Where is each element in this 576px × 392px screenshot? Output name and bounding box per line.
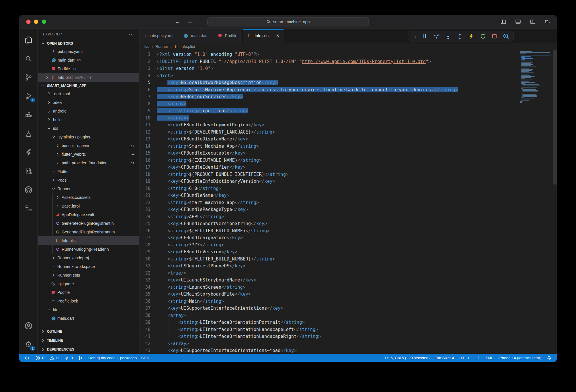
open-editor-main.dart[interactable]: main.dartlib — [38, 56, 139, 64]
step-out-icon[interactable] — [456, 33, 463, 40]
status-xml[interactable]: XML — [483, 356, 496, 360]
code-line-7[interactable]: 7→<key>NSBonjourServices</key> — [139, 93, 519, 100]
tree-item-Pods[interactable]: Pods — [38, 176, 139, 184]
code-line-12[interactable]: 12 <string>$(DEVELOPMENT_LANGUAGE)</stri… — [139, 129, 519, 136]
code-line-32[interactable]: 32 <true/> — [139, 270, 519, 277]
code-line-41[interactable]: 41 <string>UIInterfaceOrientationLandsca… — [139, 333, 519, 340]
activity-flutter[interactable] — [20, 143, 37, 161]
tree-item-Podfile[interactable]: Podfile — [38, 288, 139, 297]
code-line-38[interactable]: 38 <array> — [139, 312, 519, 319]
toggle-panel-icon[interactable] — [515, 19, 522, 24]
code-line-28[interactable]: 28 <string>????</string> — [139, 241, 519, 249]
status-utf-8[interactable]: UTF-8 — [457, 356, 473, 360]
tree-item-Runner-Bridging-Header.h[interactable]: CRunner-Bridging-Header.h — [38, 245, 139, 254]
code-line-8[interactable]: 8→<array> — [139, 100, 519, 108]
close-window-button[interactable] — [26, 20, 31, 24]
open-editor-Info.plist[interactable]: ✕Info.plistios/Runner — [38, 73, 139, 82]
status-remote[interactable] — [22, 355, 33, 361]
pane-outline[interactable]: OUTLINE — [38, 327, 139, 336]
activity-source-control[interactable] — [20, 68, 37, 87]
close-icon[interactable]: ✕ — [44, 75, 50, 80]
code-line-21[interactable]: 21 <key>CFBundleName</key> — [139, 192, 519, 199]
status-debug-start[interactable] — [75, 355, 86, 361]
code-line-27[interactable]: 27 <key>CFBundleSignature</key> — [139, 234, 519, 241]
customize-layout-icon[interactable] — [544, 19, 551, 24]
code-editor[interactable]: 1<?xml version="1.0" encoding="UTF-8"?>2… — [139, 50, 557, 354]
code-line-23[interactable]: 23 <key>CFBundlePackageType</key> — [139, 206, 519, 213]
tree-item-Runner.xcworkspace[interactable]: Runner.xcworkspace — [38, 262, 139, 271]
activity-search[interactable] — [20, 49, 37, 68]
status-ln-5-col-5-229-selected-[interactable]: Ln 5, Col 5 (229 selected) — [383, 356, 433, 360]
tree-item-path_provider_foundation[interactable]: path_provider_foundation↪ — [38, 159, 139, 167]
code-line-9[interactable]: 9→→<string>_rpc._tcp</string> — [139, 107, 519, 115]
code-line-26[interactable]: 26 <string>$(FLUTTER_BUILD_NAME)</string… — [139, 227, 519, 235]
editor-scrollbar[interactable] — [553, 50, 557, 184]
code-line-22[interactable]: 22 <string>smart_machine_app</string> — [139, 199, 519, 206]
tree-item-Info.plist[interactable]: Info.plist — [38, 236, 139, 245]
tree-item-Base.lproj[interactable]: Base.lproj — [38, 202, 139, 210]
tree-item-.dart_tool[interactable]: .dart_tool — [38, 90, 139, 98]
widget-inspector-icon[interactable] — [503, 33, 509, 40]
back-arrow-icon[interactable]: ← — [175, 19, 180, 25]
code-line-1[interactable]: 1<?xml version="1.0" encoding="UTF-8"?> — [139, 51, 519, 58]
status-lf[interactable]: LF — [473, 356, 483, 360]
tree-item-Runner[interactable]: Runner — [38, 184, 139, 193]
tab-Podfile[interactable]: Podfile — [213, 29, 243, 43]
code-line-43[interactable]: 43 <key>UISupportedInterfaceOrientations… — [139, 347, 519, 354]
pane-timeline[interactable]: TIMELINE — [38, 336, 139, 345]
code-line-20[interactable]: 20 <string>6.0</string> — [139, 185, 519, 192]
close-icon[interactable]: ✕ — [276, 33, 279, 38]
tree-item-build[interactable]: build — [38, 115, 139, 124]
status-ports[interactable]: 0 — [61, 355, 75, 361]
code-line-2[interactable]: 2<!DOCTYPE plist PUBLIC "-//Apple//DTD P… — [139, 58, 519, 65]
code-line-13[interactable]: 13 <key>CFBundleDisplayName</key> — [139, 136, 519, 143]
tree-item-lib[interactable]: lib — [38, 305, 139, 314]
tab-pubspec.yaml[interactable]: !pubspec.yaml — [139, 29, 178, 43]
code-line-6[interactable]: 6→<string>Smart·Machine·App·requires·acc… — [139, 86, 519, 94]
tree-item-Runner.xcodeproj[interactable]: Runner.xcodeproj — [38, 254, 139, 262]
code-line-11[interactable]: 11 <key>CFBundleDevelopmentRegion</key> — [139, 121, 519, 129]
tree-item-RunnerTests[interactable]: RunnerTests — [38, 271, 139, 279]
project-section-header[interactable]: SMART_MACHINE_APP — [38, 82, 139, 90]
toggle-primary-sidebar-icon[interactable] — [500, 19, 507, 24]
tree-item-bonsoir_darwin[interactable]: bonsoir_darwin↪ — [38, 141, 139, 150]
code-line-15[interactable]: 15 <key>CFBundleExecutable</key> — [139, 150, 519, 157]
code-line-4[interactable]: 4<dict> — [139, 72, 519, 79]
code-line-30[interactable]: 30 <string>$(FLUTTER_BUILD_NUMBER)</stri… — [139, 256, 519, 263]
code-line-40[interactable]: 40 <string>UIInterfaceOrientationLandsca… — [139, 326, 519, 333]
code-line-24[interactable]: 24 <string>APPL</string> — [139, 213, 519, 220]
code-line-3[interactable]: 3<plist version="1.0"> — [139, 65, 519, 72]
code-line-19[interactable]: 19 <key>CFBundleInfoDictionaryVersion</k… — [139, 178, 519, 185]
status-iphone-14-ios-simulator-[interactable]: iPhone 14 (ios simulator) — [496, 356, 544, 360]
breadcrumb-item-Runner[interactable]: Runner — [155, 44, 168, 49]
code-line-29[interactable]: 29 <key>CFBundleVersion</key> — [139, 248, 519, 256]
open-editor-pubspec.yaml[interactable]: !pubspec.yaml — [38, 47, 139, 56]
hot-reload-icon[interactable] — [468, 33, 475, 40]
restart-icon[interactable] — [479, 33, 486, 40]
tree-item-Podfile.lock[interactable]: ≡Podfile.lock — [38, 297, 139, 305]
code-line-33[interactable]: 33 <key>UILaunchStoryboardName</key> — [139, 277, 519, 284]
code-line-5[interactable]: 5 <key>NSLocalNetworkUsageDescription</k… — [139, 79, 519, 86]
code-line-34[interactable]: 34 <string>LaunchScreen</string> — [139, 284, 519, 291]
code-line-10[interactable]: 10→</array> — [139, 115, 519, 122]
tree-item-main.dart[interactable]: main.dart — [38, 314, 139, 323]
open-editors-section-header[interactable]: OPEN EDITORS — [38, 39, 139, 47]
code-line-35[interactable]: 35 <key>UIMainStoryboardFile</key> — [139, 291, 519, 298]
views-actions-icon[interactable]: ⋯ — [129, 31, 134, 37]
status-errors[interactable]: 0 — [33, 355, 47, 361]
activity-settings-gear[interactable]: ⚙1 — [20, 335, 37, 354]
activity-extensions[interactable] — [20, 105, 37, 124]
tree-item-Flutter[interactable]: Flutter — [38, 167, 139, 176]
tree-item-Assets.xcassets[interactable]: Assets.xcassets — [38, 193, 139, 202]
command-center-search[interactable]: smart_machine_app — [207, 17, 369, 26]
stop-icon[interactable] — [491, 33, 498, 39]
tab-main.dart[interactable]: main.dart — [178, 29, 213, 43]
activity-run-debug[interactable]: 1 — [20, 87, 37, 105]
step-over-icon[interactable] — [433, 33, 440, 40]
minimap[interactable] — [520, 51, 552, 103]
tree-item-ios[interactable]: ios — [38, 124, 139, 133]
pause-icon[interactable] — [422, 33, 428, 39]
status-tab-size-4[interactable]: Tab Size: 4 — [432, 356, 457, 360]
activity-project-structure[interactable] — [20, 199, 37, 218]
code-line-31[interactable]: 31 <key>LSRequiresIPhoneOS</key> — [139, 262, 519, 270]
